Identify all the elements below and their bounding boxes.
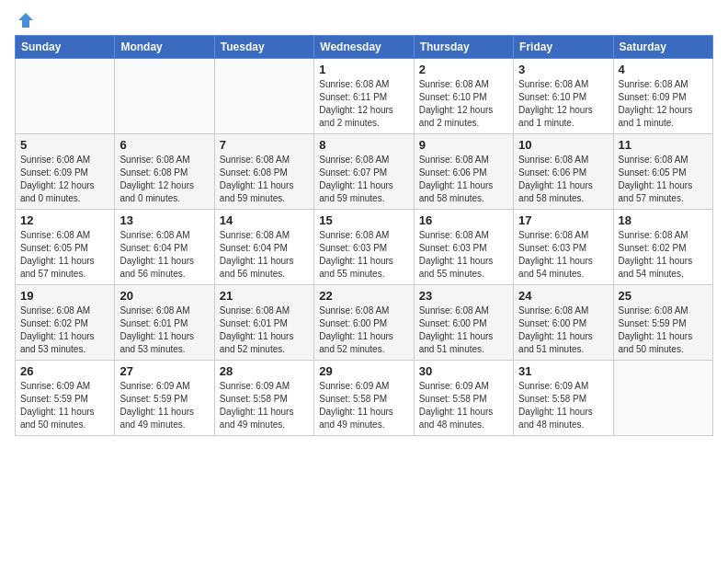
- day-number: 18: [619, 213, 708, 227]
- table-row: [16, 59, 115, 134]
- table-row: 9Sunrise: 6:08 AM Sunset: 6:06 PM Daylig…: [414, 134, 513, 210]
- logo: [15, 15, 35, 26]
- day-number: 26: [20, 364, 109, 378]
- day-info: Sunrise: 6:08 AM Sunset: 6:06 PM Dayligh…: [419, 154, 508, 205]
- table-row: 15Sunrise: 6:08 AM Sunset: 6:03 PM Dayli…: [314, 210, 414, 285]
- day-number: 6: [119, 138, 209, 152]
- day-number: 3: [518, 63, 608, 76]
- table-row: 1Sunrise: 6:08 AM Sunset: 6:11 PM Daylig…: [314, 59, 414, 134]
- day-number: 21: [220, 289, 309, 303]
- day-info: Sunrise: 6:08 AM Sunset: 6:09 PM Dayligh…: [619, 78, 708, 130]
- day-number: 28: [220, 364, 309, 378]
- day-info: Sunrise: 6:08 AM Sunset: 6:09 PM Dayligh…: [20, 154, 109, 205]
- day-info: Sunrise: 6:08 AM Sunset: 6:01 PM Dayligh…: [119, 304, 209, 356]
- day-info: Sunrise: 6:08 AM Sunset: 6:01 PM Dayligh…: [220, 304, 309, 356]
- table-row: 20Sunrise: 6:08 AM Sunset: 6:01 PM Dayli…: [115, 285, 214, 361]
- logo-icon: [17, 11, 35, 29]
- day-number: 13: [119, 213, 209, 227]
- day-info: Sunrise: 6:08 AM Sunset: 6:04 PM Dayligh…: [119, 229, 209, 281]
- day-number: 15: [319, 213, 408, 227]
- day-info: Sunrise: 6:08 AM Sunset: 6:02 PM Dayligh…: [619, 229, 708, 281]
- day-number: 31: [518, 364, 608, 378]
- calendar-week-row: 5Sunrise: 6:08 AM Sunset: 6:09 PM Daylig…: [16, 134, 713, 210]
- weekday-header-row: Sunday Monday Tuesday Wednesday Thursday…: [16, 36, 713, 59]
- table-row: 18Sunrise: 6:08 AM Sunset: 6:02 PM Dayli…: [613, 210, 712, 285]
- day-number: 22: [319, 289, 408, 303]
- day-info: Sunrise: 6:08 AM Sunset: 6:06 PM Dayligh…: [518, 154, 608, 205]
- day-info: Sunrise: 6:09 AM Sunset: 5:58 PM Dayligh…: [319, 380, 408, 431]
- table-row: 4Sunrise: 6:08 AM Sunset: 6:09 PM Daylig…: [613, 59, 712, 134]
- table-row: 2Sunrise: 6:08 AM Sunset: 6:10 PM Daylig…: [414, 59, 513, 134]
- day-info: Sunrise: 6:08 AM Sunset: 6:10 PM Dayligh…: [518, 78, 608, 130]
- table-row: 8Sunrise: 6:08 AM Sunset: 6:07 PM Daylig…: [314, 134, 414, 210]
- day-number: 19: [20, 289, 109, 303]
- header-wednesday: Wednesday: [314, 36, 414, 59]
- table-row: 6Sunrise: 6:08 AM Sunset: 6:08 PM Daylig…: [115, 134, 214, 210]
- day-number: 12: [20, 213, 109, 227]
- day-info: Sunrise: 6:08 AM Sunset: 6:03 PM Dayligh…: [419, 229, 508, 281]
- day-info: Sunrise: 6:08 AM Sunset: 6:10 PM Dayligh…: [419, 78, 508, 130]
- day-number: 10: [518, 138, 608, 152]
- table-row: 3Sunrise: 6:08 AM Sunset: 6:10 PM Daylig…: [514, 59, 613, 134]
- day-number: 23: [419, 289, 508, 303]
- day-info: Sunrise: 6:09 AM Sunset: 5:59 PM Dayligh…: [119, 380, 209, 431]
- table-row: 26Sunrise: 6:09 AM Sunset: 5:59 PM Dayli…: [16, 361, 115, 436]
- table-row: 16Sunrise: 6:08 AM Sunset: 6:03 PM Dayli…: [414, 210, 513, 285]
- calendar-week-row: 26Sunrise: 6:09 AM Sunset: 5:59 PM Dayli…: [16, 361, 713, 436]
- day-info: Sunrise: 6:08 AM Sunset: 6:00 PM Dayligh…: [319, 304, 408, 356]
- table-row: 21Sunrise: 6:08 AM Sunset: 6:01 PM Dayli…: [214, 285, 313, 361]
- table-row: 23Sunrise: 6:08 AM Sunset: 6:00 PM Dayli…: [414, 285, 513, 361]
- table-row: [214, 59, 313, 134]
- day-info: Sunrise: 6:09 AM Sunset: 5:58 PM Dayligh…: [220, 380, 309, 431]
- table-row: 27Sunrise: 6:09 AM Sunset: 5:59 PM Dayli…: [115, 361, 214, 436]
- table-row: 28Sunrise: 6:09 AM Sunset: 5:58 PM Dayli…: [214, 361, 313, 436]
- day-number: 14: [220, 213, 309, 227]
- header-friday: Friday: [514, 36, 613, 59]
- page-header: [15, 15, 713, 26]
- table-row: 30Sunrise: 6:09 AM Sunset: 5:58 PM Dayli…: [414, 361, 513, 436]
- day-info: Sunrise: 6:08 AM Sunset: 6:00 PM Dayligh…: [518, 304, 608, 356]
- day-number: 25: [619, 289, 708, 303]
- day-info: Sunrise: 6:08 AM Sunset: 6:04 PM Dayligh…: [220, 229, 309, 281]
- day-number: 8: [319, 138, 408, 152]
- day-number: 5: [20, 138, 109, 152]
- day-info: Sunrise: 6:08 AM Sunset: 6:03 PM Dayligh…: [518, 229, 608, 281]
- table-row: 7Sunrise: 6:08 AM Sunset: 6:08 PM Daylig…: [214, 134, 313, 210]
- table-row: 10Sunrise: 6:08 AM Sunset: 6:06 PM Dayli…: [514, 134, 613, 210]
- calendar-week-row: 12Sunrise: 6:08 AM Sunset: 6:05 PM Dayli…: [16, 210, 713, 285]
- day-info: Sunrise: 6:08 AM Sunset: 6:07 PM Dayligh…: [319, 154, 408, 205]
- header-tuesday: Tuesday: [214, 36, 313, 59]
- table-row: 11Sunrise: 6:08 AM Sunset: 6:05 PM Dayli…: [613, 134, 712, 210]
- day-number: 1: [319, 63, 408, 76]
- calendar-week-row: 19Sunrise: 6:08 AM Sunset: 6:02 PM Dayli…: [16, 285, 713, 361]
- table-row: 5Sunrise: 6:08 AM Sunset: 6:09 PM Daylig…: [16, 134, 115, 210]
- day-number: 29: [319, 364, 408, 378]
- day-number: 7: [220, 138, 309, 152]
- day-number: 27: [119, 364, 209, 378]
- day-number: 20: [119, 289, 209, 303]
- header-sunday: Sunday: [16, 36, 115, 59]
- table-row: 29Sunrise: 6:09 AM Sunset: 5:58 PM Dayli…: [314, 361, 414, 436]
- table-row: 14Sunrise: 6:08 AM Sunset: 6:04 PM Dayli…: [214, 210, 313, 285]
- table-row: 19Sunrise: 6:08 AM Sunset: 6:02 PM Dayli…: [16, 285, 115, 361]
- day-number: 24: [518, 289, 608, 303]
- table-row: 24Sunrise: 6:08 AM Sunset: 6:00 PM Dayli…: [514, 285, 613, 361]
- day-info: Sunrise: 6:08 AM Sunset: 6:03 PM Dayligh…: [319, 229, 408, 281]
- svg-marker-0: [18, 13, 33, 28]
- table-row: [115, 59, 214, 134]
- table-row: 25Sunrise: 6:08 AM Sunset: 5:59 PM Dayli…: [613, 285, 712, 361]
- day-number: 30: [419, 364, 508, 378]
- table-row: [613, 361, 712, 436]
- day-number: 16: [419, 213, 508, 227]
- header-monday: Monday: [115, 36, 214, 59]
- day-number: 17: [518, 213, 608, 227]
- header-thursday: Thursday: [414, 36, 513, 59]
- table-row: 17Sunrise: 6:08 AM Sunset: 6:03 PM Dayli…: [514, 210, 613, 285]
- calendar-week-row: 1Sunrise: 6:08 AM Sunset: 6:11 PM Daylig…: [16, 59, 713, 134]
- day-number: 2: [419, 63, 508, 76]
- day-number: 11: [619, 138, 708, 152]
- day-info: Sunrise: 6:08 AM Sunset: 6:08 PM Dayligh…: [119, 154, 209, 205]
- day-info: Sunrise: 6:09 AM Sunset: 5:59 PM Dayligh…: [20, 380, 109, 431]
- day-info: Sunrise: 6:08 AM Sunset: 6:00 PM Dayligh…: [419, 304, 508, 356]
- table-row: 31Sunrise: 6:09 AM Sunset: 5:58 PM Dayli…: [514, 361, 613, 436]
